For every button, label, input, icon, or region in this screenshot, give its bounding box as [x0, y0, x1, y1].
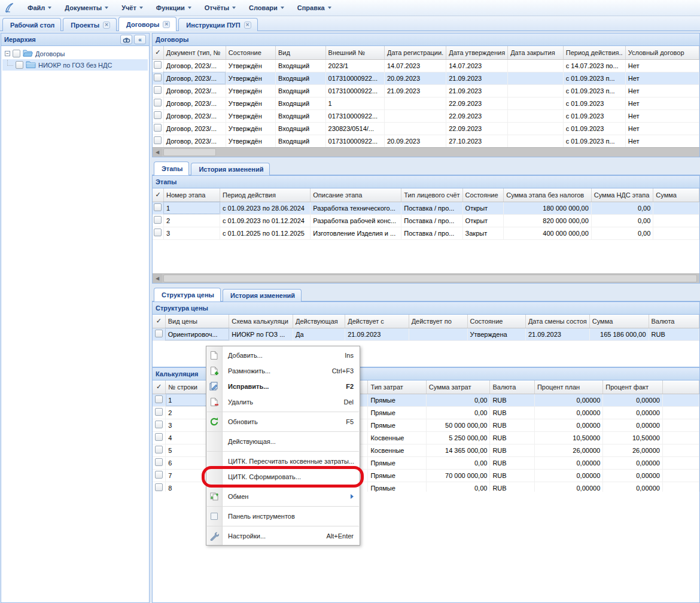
- collapse-panel-icon[interactable]: «: [134, 35, 146, 44]
- row-checkbox[interactable]: [154, 99, 162, 106]
- row-checkbox[interactable]: [154, 86, 162, 94]
- table-row[interactable]: Договор, 2023/...УтверждёнВходящий017310…: [153, 109, 699, 122]
- context-menu-item-3[interactable]: Исправить...F2: [206, 379, 360, 394]
- column-header[interactable]: Валюта: [649, 315, 699, 328]
- column-header[interactable]: Тип затрат: [368, 380, 426, 394]
- column-header[interactable]: Дата регистрации.: [384, 46, 446, 59]
- column-header[interactable]: Вид: [275, 46, 325, 59]
- column-header[interactable]: Номер этапа: [163, 188, 220, 202]
- row-checkbox[interactable]: [155, 471, 163, 479]
- menubar-item-4[interactable]: Функции: [150, 2, 197, 14]
- column-header[interactable]: Внешний №: [325, 46, 384, 59]
- menubar-item-5[interactable]: Отчёты: [199, 2, 242, 14]
- tab-4[interactable]: Инструкции ПУП✕: [178, 18, 257, 31]
- column-header[interactable]: Описание этапа: [311, 188, 401, 202]
- table-row[interactable]: Ориентировоч...НИОКР по ГОЗ ...Да21.09.2…: [153, 328, 699, 340]
- row-checkbox[interactable]: [154, 111, 162, 119]
- tab-price-history[interactable]: История изменений: [223, 289, 302, 302]
- tree-item-niokr[interactable]: НИОКР по ГОЗ без НДС: [2, 59, 148, 71]
- select-all-header[interactable]: ✓: [153, 46, 163, 59]
- row-checkbox[interactable]: [154, 229, 162, 236]
- column-header[interactable]: Процент факт: [603, 380, 663, 394]
- row-checkbox[interactable]: [154, 136, 162, 144]
- tab-2[interactable]: Проекты✕: [63, 18, 117, 31]
- column-header[interactable]: Дата закрытия: [508, 46, 564, 59]
- menubar-item-2[interactable]: Документы: [59, 2, 114, 14]
- row-checkbox[interactable]: [155, 408, 163, 416]
- table-row[interactable]: 3с 01.01.2025 по 01.12.2025Изготовление …: [153, 227, 699, 239]
- select-all-header[interactable]: ✓: [153, 315, 165, 328]
- column-header[interactable]: [662, 380, 699, 394]
- column-header[interactable]: Сумма этапа без налогов: [504, 188, 592, 202]
- row-checkbox[interactable]: [155, 421, 163, 428]
- select-all-header[interactable]: ✓: [153, 188, 163, 202]
- context-menu-item-8[interactable]: Действующая...: [206, 434, 360, 449]
- menubar-item-1[interactable]: Файл: [22, 2, 57, 14]
- tab-close-icon[interactable]: ✕: [103, 22, 110, 29]
- column-header[interactable]: Действует с: [345, 315, 409, 328]
- column-header[interactable]: Сумма затрат: [426, 380, 490, 394]
- scroll-left-icon[interactable]: ◀: [153, 274, 162, 283]
- column-header[interactable]: Сумма НДС этапа: [591, 188, 653, 202]
- menubar-item-3[interactable]: Учёт: [115, 2, 149, 14]
- column-header[interactable]: Процент план: [534, 380, 602, 394]
- table-row[interactable]: Договор, 2023/...УтверждёнВходящий2023/1…: [153, 59, 699, 72]
- tab-1[interactable]: Рабочий стол: [2, 18, 61, 31]
- context-menu-item-4[interactable]: УдалитьDel: [206, 394, 360, 410]
- scrollbar-thumb[interactable]: [163, 148, 216, 156]
- tab-stages[interactable]: Этапы: [154, 162, 189, 175]
- row-checkbox[interactable]: [155, 395, 163, 403]
- row-checkbox[interactable]: [155, 483, 163, 491]
- column-header[interactable]: Сумма: [653, 188, 699, 202]
- row-checkbox[interactable]: [154, 74, 162, 81]
- row-checkbox[interactable]: [155, 458, 163, 466]
- tab-close-icon[interactable]: ✕: [244, 22, 251, 29]
- tree-expander-icon[interactable]: −: [5, 51, 10, 56]
- tab-price-structure[interactable]: Структура цены: [154, 288, 221, 302]
- column-header[interactable]: Схема калькуляци: [229, 315, 293, 328]
- context-menu-item-10[interactable]: ЦИТК. Пересчитать косвенные затраты...: [206, 453, 360, 469]
- column-header[interactable]: Состояние: [462, 188, 504, 202]
- scroll-left-icon[interactable]: ◀: [153, 148, 162, 157]
- column-header[interactable]: Состояние: [226, 46, 275, 59]
- table-row[interactable]: 2с 01.09.2023 по 01.12.2024Разработка ра…: [153, 214, 699, 227]
- tree-item-contracts[interactable]: − Договоры: [2, 48, 148, 59]
- row-checkbox[interactable]: [154, 216, 162, 224]
- column-header[interactable]: Действующая: [293, 315, 345, 328]
- horizontal-scrollbar[interactable]: ◀: [153, 147, 699, 157]
- table-row[interactable]: Договор, 2023/...УтверждёнВходящий017310…: [153, 84, 699, 97]
- table-row[interactable]: Договор, 2023/...УтверждёнВходящий122.09…: [153, 97, 699, 109]
- column-header[interactable]: Тип лицевого счёт: [401, 188, 462, 202]
- scrollbar-thumb[interactable]: [163, 275, 697, 282]
- context-menu-item-11[interactable]: ЦИТК. Сформировать...: [206, 469, 360, 485]
- menubar-item-7[interactable]: Справка: [291, 2, 337, 14]
- table-row[interactable]: 1с 01.09.2023 по 28.06.2024Разработка те…: [153, 202, 699, 214]
- row-checkbox[interactable]: [155, 446, 163, 453]
- context-menu-item-13[interactable]: Обмен: [206, 489, 360, 504]
- tree-checkbox[interactable]: [16, 61, 23, 69]
- context-menu-item-1[interactable]: Добавить...Ins: [206, 348, 360, 363]
- horizontal-scrollbar[interactable]: ◀: [153, 273, 699, 283]
- context-menu-item-6[interactable]: ОбновитьF5: [206, 414, 360, 430]
- row-checkbox[interactable]: [155, 330, 163, 337]
- column-header[interactable]: Валюта: [490, 380, 534, 394]
- context-menu-item-2[interactable]: Размножить...Ctrl+F3: [206, 363, 360, 379]
- column-header[interactable]: Период действия..: [563, 46, 625, 59]
- tab-close-icon[interactable]: ✕: [163, 21, 170, 28]
- column-header[interactable]: Вид цены: [165, 315, 229, 328]
- tab-3[interactable]: Договоры✕: [118, 17, 176, 31]
- context-menu-item-15[interactable]: Панель инструментов: [206, 508, 360, 524]
- select-all-header[interactable]: ✓: [153, 380, 166, 394]
- row-checkbox[interactable]: [154, 124, 162, 132]
- row-checkbox[interactable]: [154, 61, 162, 69]
- menubar-item-6[interactable]: Словари: [243, 2, 290, 14]
- table-row[interactable]: Договор, 2023/...УтверждёнВходящий017310…: [153, 72, 699, 84]
- search-icon[interactable]: [120, 35, 132, 44]
- context-menu-item-17[interactable]: Настройки...Alt+Enter: [206, 528, 360, 544]
- column-header[interactable]: Сумма: [589, 315, 649, 328]
- column-header[interactable]: Действует по: [409, 315, 467, 328]
- tree-checkbox[interactable]: [13, 50, 20, 57]
- column-header[interactable]: Период действия: [220, 188, 311, 202]
- column-header[interactable]: Документ (тип, №: [163, 46, 226, 59]
- table-row[interactable]: Договор, 2023/...УтверждёнВходящий230823…: [153, 122, 699, 135]
